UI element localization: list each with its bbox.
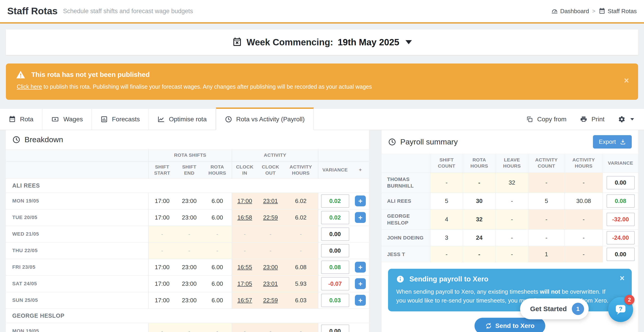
xero-close-icon[interactable]: × <box>620 274 624 282</box>
rota-grid-icon <box>8 116 16 123</box>
week-commencing-value: 19th May 2025 <box>338 37 399 47</box>
app-header: Staff Rotas Schedule staff shifts and fo… <box>0 0 644 23</box>
chevron-down-icon <box>630 118 634 120</box>
clock-out-link[interactable]: 22:59 <box>263 214 278 221</box>
col-activity-count: ACTIVITY COUNT <box>528 154 564 173</box>
variance-value: -0.07 <box>321 277 349 291</box>
variance-value: 0.00 <box>606 176 635 189</box>
notification-badge: 2 <box>624 295 634 305</box>
publish-link[interactable]: Click here <box>17 83 42 90</box>
col-group-activity: ACTIVITY <box>232 149 318 161</box>
svg-text:?: ? <box>619 306 622 312</box>
table-row: WED 21/05 - - - - - - 0.00 <box>6 226 369 242</box>
table-row: SUN 25/05 17:00 23:00 6.00 16:57 22:59 6… <box>6 292 369 309</box>
table-row: ALI REES 5 30 - 5 30.08 0.08 <box>382 193 638 209</box>
clock-in-link[interactable]: 16:58 <box>237 214 252 221</box>
payroll-summary-table: SHIFT COUNT ROTA HOURS LEAVE HOURS ACTIV… <box>382 154 638 262</box>
table-row: THOMAS BURNHILL - - 32 - - 0.00 <box>382 173 638 193</box>
clock-in-link[interactable]: 17:00 <box>237 198 252 204</box>
warning-icon <box>16 70 26 79</box>
rota-icon <box>598 8 606 14</box>
get-started-button[interactable]: Get Started 1 <box>520 299 589 319</box>
clock-out-link[interactable]: 23:00 <box>263 264 278 271</box>
variance-value: 0.02 <box>321 211 349 224</box>
breadcrumb-separator: > <box>592 8 596 14</box>
table-row: TUE 20/05 17:00 23:00 6.00 16:58 22:59 6… <box>6 209 369 226</box>
col-leave-hours: LEAVE HOURS <box>496 154 528 173</box>
clock-out-link[interactable]: 23:01 <box>263 198 278 204</box>
table-row: MON 19/05 - - - - - - 0.00 <box>6 323 369 332</box>
table-row: GEORGE HESLOP 4 32 - - - -32.00 <box>382 209 638 230</box>
employee-group-row: GEORGE HESLOP <box>6 309 369 323</box>
tab-forecasts[interactable]: Forecasts <box>92 109 149 130</box>
col-variance: VARIANCE <box>318 161 352 178</box>
week-selector[interactable]: Week Commencing: 19th May 2025 <box>6 29 638 55</box>
breadcrumb: Dashboard > Staff Rotas <box>551 8 637 15</box>
table-row: MON 19/05 17:00 23:00 6.00 17:00 23:01 6… <box>6 193 369 209</box>
variance-value: 0.02 <box>321 194 349 208</box>
xero-info-box: Sending payroll to Xero When sending pay… <box>388 269 632 311</box>
clock-out-link[interactable]: 23:01 <box>263 280 278 287</box>
unpublished-warning-banner: This rota has not yet been published Cli… <box>6 63 638 100</box>
table-row: THU 22/05 - - - - - - 0.00 <box>6 242 369 259</box>
calendar-icon <box>232 37 242 47</box>
page-subtitle: Schedule staff shifts and forecast wage … <box>63 8 193 15</box>
add-shift-button[interactable]: + <box>355 278 366 289</box>
settings-button[interactable] <box>618 116 634 123</box>
banner-title: This rota has not yet been published <box>31 71 150 78</box>
table-row: JOHN DOEING 3 24 - - - -24.00 <box>382 230 638 246</box>
variance-value: -24.00 <box>606 231 635 245</box>
breadcrumb-dashboard[interactable]: Dashboard <box>551 8 589 15</box>
col-activity-hours: ACTIVITY HOURS <box>564 154 603 173</box>
copy-icon <box>526 116 533 123</box>
tab-bar: Rota Wages Forecasts Optimise rota Rota … <box>0 109 644 130</box>
tab-rota[interactable]: Rota <box>0 109 42 130</box>
tab-actions: Copy from Print <box>526 109 644 130</box>
dashboard-icon <box>551 8 558 14</box>
send-to-xero-button[interactable]: Send to Xero <box>474 318 546 332</box>
add-shift-button[interactable]: + <box>355 295 366 306</box>
banner-close-icon[interactable]: × <box>624 76 629 85</box>
breakdown-title: Breakdown <box>24 135 63 144</box>
variance-value: 0.03 <box>321 294 349 307</box>
clock-in-link[interactable]: 17:05 <box>237 280 252 287</box>
download-icon <box>620 139 626 145</box>
variance-value: 0.08 <box>606 194 635 208</box>
get-started-step-badge: 1 <box>572 303 584 315</box>
print-button[interactable]: Print <box>580 116 604 123</box>
copy-from-button[interactable]: Copy from <box>526 116 566 123</box>
export-button[interactable]: Export <box>593 135 632 149</box>
variance-value: 0.08 <box>321 261 349 274</box>
clock-in-link[interactable]: 16:57 <box>237 297 252 304</box>
printer-icon <box>580 116 587 123</box>
col-clock-out: CLOCK OUT <box>257 161 284 178</box>
table-row: SAT 24/05 17:00 23:00 6.00 17:05 23:01 5… <box>6 276 369 292</box>
col-group-rota-shifts: ROTA SHIFTS <box>148 149 232 161</box>
help-chat-button[interactable]: ? 2 <box>608 297 633 322</box>
chat-bubble-icon: ? <box>614 303 628 316</box>
col-activity-hours: ACTIVITY HOURS <box>284 161 318 178</box>
employee-group-row: ALI REES <box>6 178 369 193</box>
add-shift-button[interactable]: + <box>355 212 366 223</box>
clock-icon <box>225 116 232 123</box>
banner-body: Click here to publish this rota. Publish… <box>17 83 628 90</box>
line-chart-icon <box>158 116 165 123</box>
clock-in-link[interactable]: 16:55 <box>237 264 252 271</box>
payroll-summary-panel: Payroll summary Export SHIFT COUNT R <box>382 130 638 332</box>
col-rota-hours: ROTA HOURS <box>203 161 232 178</box>
col-rota-hours: ROTA HOURS <box>463 154 496 173</box>
tab-rota-vs-activity[interactable]: Rota vs Activity (Payroll) <box>216 107 314 130</box>
add-shift-button[interactable]: + <box>355 196 366 206</box>
variance-value: 0.00 <box>321 325 349 332</box>
clock-out-link[interactable]: 22:59 <box>263 297 278 304</box>
tab-wages[interactable]: Wages <box>42 109 92 130</box>
add-shift-button[interactable]: + <box>355 262 366 273</box>
bar-chart-icon <box>100 116 108 123</box>
col-shift-end: SHIFT END <box>176 161 203 178</box>
breadcrumb-current[interactable]: Staff Rotas <box>598 8 637 15</box>
col-shift-start: SHIFT START <box>148 161 176 178</box>
tab-optimise-rota[interactable]: Optimise rota <box>149 109 216 130</box>
page: Staff Rotas Schedule staff shifts and fo… <box>0 0 644 332</box>
col-add: + <box>352 161 369 178</box>
table-row: FRI 23/05 17:00 23:00 6.00 16:55 23:00 6… <box>6 259 369 276</box>
